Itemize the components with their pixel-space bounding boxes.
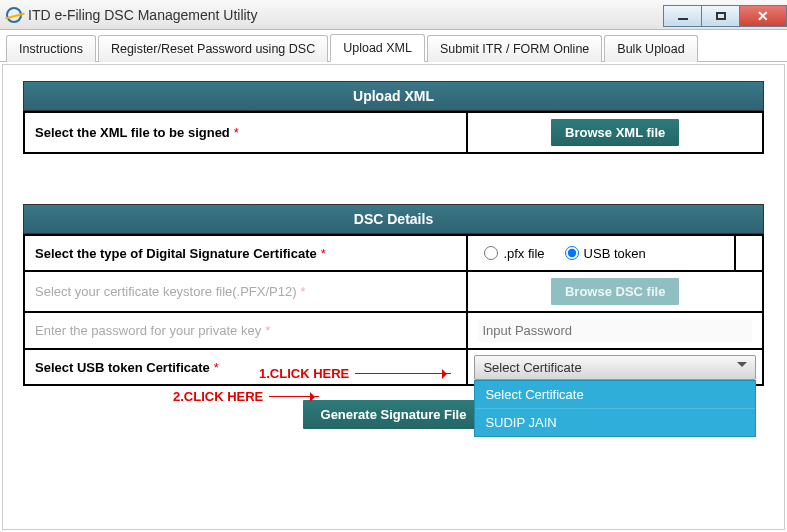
required-marker: * <box>234 125 239 140</box>
certificate-dropdown-selected[interactable]: Select Certificate <box>474 355 756 380</box>
browse-dsc-button: Browse DSC file <box>551 278 679 305</box>
window-title: ITD e-Filing DSC Management Utility <box>28 7 258 23</box>
certificate-dropdown-list: Select Certificate SUDIP JAIN <box>474 380 756 437</box>
window-controls: ✕ <box>663 2 787 27</box>
maximize-button[interactable] <box>701 5 739 27</box>
dsc-details-table: Select the type of Digital Signature Cer… <box>23 234 764 386</box>
radio-usb[interactable] <box>565 246 579 260</box>
annotation-1-text: 1.CLICK HERE <box>259 366 349 381</box>
radio-pfx-text: .pfx file <box>503 246 544 261</box>
ie-icon <box>6 7 22 23</box>
minimize-button[interactable] <box>663 5 701 27</box>
tab-instructions[interactable]: Instructions <box>6 35 96 62</box>
required-marker: * <box>301 284 306 299</box>
certificate-option-placeholder[interactable]: Select Certificate <box>475 381 755 409</box>
tab-upload-xml[interactable]: Upload XML <box>330 34 425 62</box>
radio-usb-text: USB token <box>584 246 646 261</box>
upload-xml-heading: Upload XML <box>23 81 764 111</box>
radio-usb-label[interactable]: USB token <box>565 246 646 261</box>
tab-register-reset[interactable]: Register/Reset Password using DSC <box>98 35 328 62</box>
annotation-2-text: 2.CLICK HERE <box>173 389 263 404</box>
annotation-1: 1.CLICK HERE <box>259 366 451 381</box>
generate-signature-button[interactable]: Generate Signature File <box>303 400 485 429</box>
dsc-details-heading: DSC Details <box>23 204 764 234</box>
password-input <box>478 319 752 342</box>
required-marker: * <box>321 246 326 261</box>
tab-strip: Instructions Register/Reset Password usi… <box>0 30 787 62</box>
browse-xml-button[interactable]: Browse XML file <box>551 119 679 146</box>
tab-submit-itr[interactable]: Submit ITR / FORM Online <box>427 35 602 62</box>
certificate-dropdown[interactable]: Select Certificate Select Certificate SU… <box>474 355 756 380</box>
sig-type-radios: .pfx file USB token <box>478 246 724 261</box>
client-area: Upload XML Select the XML file to be sig… <box>2 64 785 530</box>
window-titlebar: ITD e-Filing DSC Management Utility ✕ <box>0 0 787 30</box>
keystore-label: Select your certificate keystore file(.P… <box>35 284 297 299</box>
sig-type-label: Select the type of Digital Signature Cer… <box>35 246 317 261</box>
close-button[interactable]: ✕ <box>739 5 787 27</box>
annotation-2: 2.CLICK HERE <box>173 389 319 404</box>
required-marker: * <box>214 360 219 375</box>
arrow-icon <box>355 373 451 374</box>
tab-bulk-upload[interactable]: Bulk Upload <box>604 35 697 62</box>
usb-cert-label: Select USB token Certificate <box>35 360 210 375</box>
password-label: Enter the password for your private key <box>35 323 261 338</box>
radio-pfx[interactable] <box>484 246 498 260</box>
required-marker: * <box>265 323 270 338</box>
arrow-icon <box>269 396 319 397</box>
upload-xml-table: Select the XML file to be signed* Browse… <box>23 111 764 154</box>
certificate-option-user[interactable]: SUDIP JAIN <box>475 409 755 436</box>
radio-pfx-label[interactable]: .pfx file <box>484 246 544 261</box>
select-xml-label: Select the XML file to be signed <box>35 125 230 140</box>
